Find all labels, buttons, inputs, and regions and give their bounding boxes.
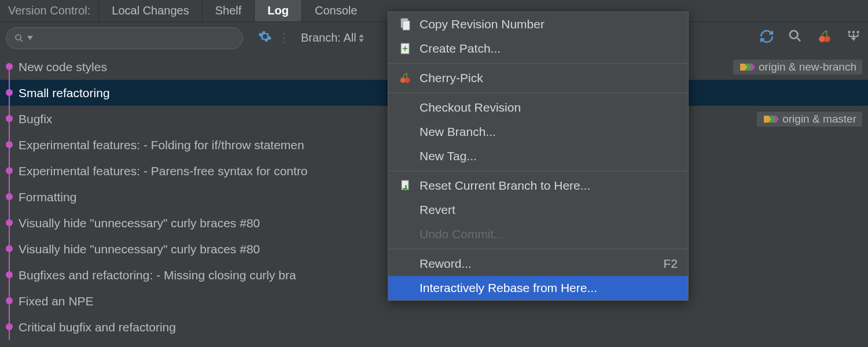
commit-dot [6, 141, 13, 148]
commit-graph [3, 158, 15, 184]
context-menu: Copy Revision NumberCreate Patch...Cherr… [388, 12, 689, 301]
commit-graph [3, 106, 15, 132]
blank-icon [399, 204, 411, 216]
commit-dot [6, 297, 13, 304]
commit-message: Formatting [15, 190, 76, 204]
commit-graph [3, 132, 15, 158]
svg-point-5 [852, 31, 855, 33]
cherry-icon [399, 72, 411, 84]
menu-item-label: Create Patch... [420, 42, 501, 56]
divider: ⋮ [278, 31, 290, 46]
tag-icon [739, 62, 755, 72]
svg-point-1 [790, 31, 798, 39]
menu-item-label: New Branch... [420, 125, 496, 139]
commit-graph [3, 184, 15, 210]
blank-icon [399, 228, 411, 241]
commit-graph [3, 210, 15, 236]
commit-graph [3, 288, 15, 314]
menu-item-undo-commit: Undo Commit... [388, 222, 688, 246]
tab-log[interactable]: Log [254, 0, 301, 21]
menu-item-reset-current-branch-to-here[interactable]: Reset Current Branch to Here... [388, 174, 688, 198]
menu-item-cherry-pick[interactable]: Cherry-Pick [388, 66, 688, 90]
copy-icon [399, 18, 411, 31]
svg-point-3 [824, 36, 830, 42]
menu-item-label: New Tag... [420, 149, 477, 163]
menu-separator [388, 93, 688, 93]
menu-item-copy-revision-number[interactable]: Copy Revision Number [388, 12, 688, 36]
tab-local-changes[interactable]: Local Changes [98, 0, 201, 21]
commit-row[interactable]: Critical bugfix and refactoring [0, 314, 868, 340]
branch-label[interactable]: origin & master [757, 112, 862, 127]
menu-item-label: Cherry-Pick [420, 71, 483, 85]
search-icon [14, 34, 24, 43]
patch-icon [399, 42, 411, 55]
branch-label[interactable]: origin & new-branch [733, 60, 862, 75]
commit-message: Bugfix [15, 112, 52, 126]
commit-graph [3, 314, 15, 340]
commit-dot [6, 63, 13, 70]
menu-item-label: Interactively Rebase from Here... [420, 281, 597, 295]
commit-dot [6, 219, 13, 226]
commit-dot [6, 193, 13, 200]
search-icon[interactable] [788, 29, 803, 44]
commit-graph [3, 262, 15, 288]
menu-item-label: Revert [420, 203, 455, 217]
refresh-icon[interactable] [759, 29, 774, 44]
commit-dot [6, 167, 13, 174]
branch-filter[interactable]: Branch: All [296, 29, 369, 47]
search-input[interactable] [6, 27, 243, 49]
svg-point-13 [404, 77, 410, 83]
commit-dot [6, 245, 13, 252]
svg-point-0 [16, 35, 21, 40]
commit-message: Experimental features: - Parens-free syn… [15, 164, 308, 178]
commit-message: Critical bugfix and refactoring [15, 320, 176, 334]
commit-message: New code styles [15, 60, 107, 74]
svg-point-6 [856, 31, 859, 33]
menu-item-label: Reword... [420, 257, 472, 271]
menu-separator [388, 249, 688, 249]
cherry-pick-icon[interactable] [817, 29, 832, 44]
chevron-down-icon [27, 36, 33, 40]
menu-shortcut: F2 [663, 257, 678, 271]
commit-dot [6, 115, 13, 122]
commit-message: Visually hide "unnecessary" curly braces… [15, 242, 260, 256]
toolbar-right-icons [759, 29, 861, 44]
commit-message: Small refactoring [15, 86, 110, 100]
svg-rect-8 [403, 21, 410, 30]
commit-dot [6, 89, 13, 96]
blank-icon [399, 282, 411, 294]
tab-shelf[interactable]: Shelf [202, 0, 255, 21]
commit-dot [6, 323, 13, 330]
commit-message: Visually hide "unnecessary" curly braces… [15, 216, 260, 230]
commit-graph [3, 54, 15, 80]
menu-item-label: Copy Revision Number [420, 17, 545, 31]
menu-item-interactively-rebase-from-here[interactable]: Interactively Rebase from Here... [388, 276, 688, 300]
menu-item-create-patch[interactable]: Create Patch... [388, 36, 688, 61]
svg-rect-11 [404, 46, 406, 51]
menu-item-label: Undo Commit... [420, 227, 504, 241]
commit-graph [3, 236, 15, 262]
commit-message: Experimental features: - Folding for if/… [15, 138, 304, 152]
menu-item-label: Checkout Revision [420, 101, 521, 115]
menu-separator [388, 171, 688, 171]
menu-item-new-tag[interactable]: New Tag... [388, 144, 688, 168]
commit-dot [6, 271, 13, 278]
commit-graph [3, 80, 15, 106]
menu-item-new-branch[interactable]: New Branch... [388, 120, 688, 144]
intellisort-icon[interactable] [846, 29, 861, 44]
menu-item-reword[interactable]: Reword...F2 [388, 252, 688, 276]
menu-item-revert[interactable]: Revert [388, 198, 688, 222]
blank-icon [399, 257, 411, 270]
blank-icon [399, 150, 411, 163]
reset-icon [399, 179, 411, 192]
blank-icon [399, 101, 411, 114]
blank-icon [399, 125, 411, 138]
svg-point-4 [848, 31, 850, 33]
tab-console[interactable]: Console [301, 0, 370, 21]
gear-icon[interactable] [258, 29, 272, 46]
menu-separator [388, 63, 688, 64]
chevron-updown-icon [358, 34, 365, 42]
commit-message: Bugfixes and refactoring: - Missing clos… [15, 268, 296, 282]
menu-item-checkout-revision[interactable]: Checkout Revision [388, 95, 688, 120]
tag-icon [763, 115, 779, 124]
